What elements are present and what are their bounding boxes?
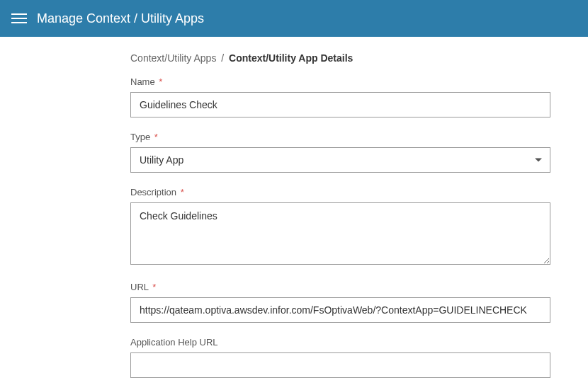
description-textarea[interactable]: Check Guidelines (130, 202, 550, 265)
help-url-input[interactable] (130, 352, 550, 378)
type-select-wrapper (130, 147, 550, 173)
url-label: URL * (130, 282, 553, 292)
field-group-help-url: Application Help URL (130, 337, 553, 378)
field-group-name: Name * (130, 76, 553, 117)
hamburger-menu-icon[interactable] (11, 11, 27, 26)
name-input[interactable] (130, 92, 550, 117)
app-header: Manage Context / Utility Apps (0, 0, 588, 37)
breadcrumb: Context/Utility Apps / Context/Utility A… (130, 52, 553, 64)
required-mark: * (159, 76, 162, 87)
breadcrumb-current: Context/Utility App Details (229, 52, 353, 64)
description-label-text: Description (130, 187, 176, 197)
url-label-text: URL (130, 282, 149, 292)
type-label: Type * (130, 132, 553, 142)
main-content: Context/Utility Apps / Context/Utility A… (0, 37, 553, 378)
name-label: Name * (130, 76, 553, 87)
page-title: Manage Context / Utility Apps (37, 11, 204, 26)
required-mark: * (152, 282, 156, 292)
name-label-text: Name (130, 76, 155, 87)
required-mark: * (154, 132, 158, 142)
field-group-description: Description * Check Guidelines (130, 187, 553, 268)
help-url-label: Application Help URL (130, 337, 553, 348)
required-mark: * (181, 187, 184, 197)
type-select[interactable] (130, 147, 550, 173)
field-group-type: Type * (130, 132, 553, 173)
field-group-url: URL * (130, 282, 553, 323)
description-label: Description * (130, 187, 553, 197)
breadcrumb-parent[interactable]: Context/Utility Apps (130, 52, 216, 64)
url-input[interactable] (130, 297, 550, 323)
help-url-label-text: Application Help URL (130, 337, 218, 348)
type-label-text: Type (130, 132, 150, 142)
breadcrumb-separator: / (221, 52, 224, 64)
